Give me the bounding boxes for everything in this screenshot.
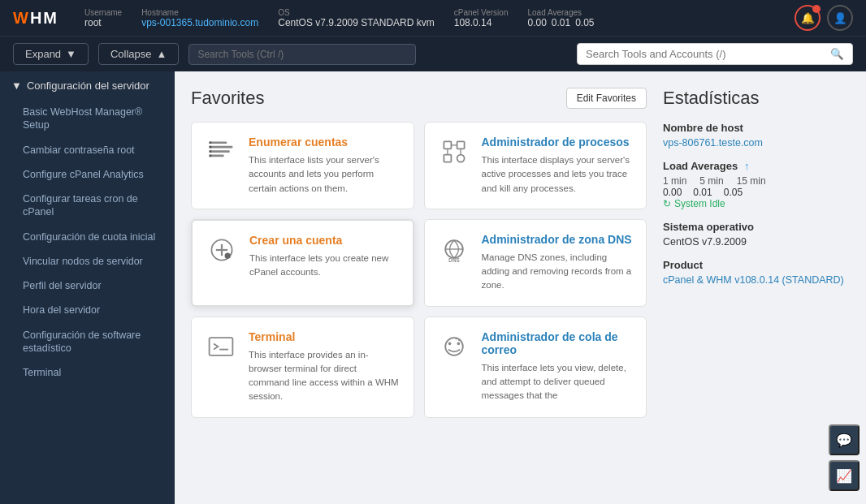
os-value: CentOS v7.9.2009 STANDARD kvm: [278, 17, 435, 28]
main-content: Favorites Edit Favorites: [175, 71, 866, 504]
top-bar-icons: 🔔 👤: [795, 5, 853, 31]
admin-procesos-desc: This interface displays your server's ac…: [482, 153, 634, 196]
os-stat: Sistema operativo CentOS v7.9.2009: [663, 221, 850, 248]
svg-text:DNS: DNS: [448, 257, 459, 263]
admin-dns-text: Administrador de zona DNS Manage DNS zon…: [482, 233, 634, 293]
admin-procesos-icon: [438, 136, 470, 168]
sidebar-item-hora[interactable]: Hora del servidor: [0, 298, 175, 322]
load-avg-2: 0.01: [552, 17, 570, 28]
cola-correo-title: Administrador de cola de correo: [482, 330, 634, 356]
admin-dns-icon: DNS: [438, 233, 470, 265]
username-info: Username root: [84, 8, 122, 28]
favorites-section: Favorites Edit Favorites: [191, 88, 647, 488]
load-min-2: 5 min: [699, 175, 723, 187]
up-arrow-icon: ↑: [744, 160, 750, 172]
os-stat-value: CentOS v7.9.2009: [663, 236, 850, 248]
top-bar: WHM Username root Hostname vps-001365.tu…: [0, 0, 866, 36]
notification-dot: [812, 5, 821, 13]
admin-procesos-title: Administrador de procesos: [482, 136, 634, 149]
load-avg-stat: Load Averages ↑ 1 min 5 min 15 min 0.00 …: [663, 160, 850, 209]
fav-card-crear-cuenta[interactable]: Crear una cuenta This interface lets you…: [191, 219, 414, 307]
cola-correo-text: Administrador de cola de correo This int…: [482, 330, 634, 404]
load-val-3: 0.05: [724, 187, 743, 198]
secondary-bar: Expand ▼ Collapse ▲ 🔍: [0, 36, 866, 71]
crear-cuenta-icon: [206, 234, 238, 266]
sidebar-item-basic-webhost[interactable]: Basic WebHost Manager® Setup: [0, 100, 175, 138]
crear-cuenta-desc: This interface lets you create new cPane…: [249, 252, 400, 280]
fav-card-terminal[interactable]: Terminal This interface provides an in-b…: [191, 317, 414, 418]
load-val-1: 0.00: [663, 187, 682, 198]
main-search-button[interactable]: 🔍: [830, 48, 844, 60]
svg-rect-2: [210, 150, 230, 153]
sidebar-item-software-estadistico[interactable]: Configuración de software estadístico: [0, 323, 175, 361]
hostname-value: vps-001365.tudominio.com: [141, 17, 258, 28]
terminal-title: Terminal: [249, 330, 401, 343]
sidebar-item-perfil[interactable]: Perfil del servidor: [0, 274, 175, 298]
admin-dns-title: Administrador de zona DNS: [482, 233, 634, 246]
load-avg-row-vals: 0.00 0.01 0.05: [663, 187, 850, 198]
cola-correo-icon: [438, 330, 470, 363]
enumerar-cuentas-icon: [205, 136, 237, 168]
svg-rect-3: [210, 155, 224, 157]
sidebar-section-label: Configuración del servidor: [27, 80, 149, 92]
top-bar-info: Username root Hostname vps-001365.tudomi…: [84, 8, 775, 28]
svg-point-11: [457, 155, 464, 162]
chart-icon-button[interactable]: 📈: [829, 460, 860, 491]
hostname-stat-value: vps-806761.teste.com: [663, 137, 850, 149]
sidebar: ▼ Configuración del servidor Basic WebHo…: [0, 71, 175, 504]
sidebar-item-terminal[interactable]: Terminal: [0, 360, 175, 385]
stats-title: Estadísticas: [663, 88, 850, 109]
load-min-3: 15 min: [737, 175, 766, 187]
edit-favorites-button[interactable]: Edit Favorites: [566, 88, 647, 109]
user-icon: 👤: [834, 12, 847, 24]
fav-card-admin-procesos[interactable]: Administrador de procesos This interface…: [424, 122, 647, 209]
load-avg-stat-label: Load Averages ↑: [663, 160, 850, 172]
sidebar-item-cambiar-contrasena[interactable]: Cambiar contraseña root: [0, 138, 175, 162]
load-val-2: 0.01: [693, 187, 712, 198]
expand-button[interactable]: Expand ▼: [13, 43, 89, 65]
admin-procesos-text: Administrador de procesos This interface…: [482, 136, 634, 196]
fav-card-admin-dns[interactable]: DNS Administrador de zona DNS Manage DNS…: [424, 219, 647, 307]
username-value: root: [84, 17, 122, 28]
crear-cuenta-text: Crear una cuenta This interface lets you…: [249, 234, 400, 292]
main-search-bar: 🔍: [426, 43, 853, 65]
svg-rect-1: [210, 146, 233, 149]
product-stat-label: Product: [663, 259, 850, 271]
sidebar-item-vincular-nodos[interactable]: Vincular nodos de servidor: [0, 249, 175, 274]
refresh-icon: ↻: [663, 198, 671, 209]
terminal-icon: [205, 330, 237, 363]
fav-card-enumerar-cuentas[interactable]: Enumerar cuentas This interface lists yo…: [191, 122, 414, 209]
os-info: OS CentOS v7.9.2009 STANDARD kvm: [278, 8, 435, 28]
favorites-header: Favorites Edit Favorites: [191, 88, 647, 109]
terminal-desc: This interface provides an in-browser te…: [249, 348, 401, 404]
sidebar-search-input[interactable]: [188, 44, 416, 65]
main-search-input[interactable]: [586, 48, 830, 60]
svg-rect-22: [210, 338, 233, 355]
hostname-label: Hostname: [141, 8, 258, 17]
system-idle-link[interactable]: ↻ System Idle: [663, 198, 850, 209]
notifications-button[interactable]: 🔔: [795, 5, 821, 31]
product-stat: Product cPanel & WHM v108.0.14 (STANDARD…: [663, 259, 850, 286]
chat-icon-button[interactable]: 💬: [829, 424, 860, 455]
sidebar-item-cuota[interactable]: Configuración de cuota inicial: [0, 225, 175, 249]
expand-label: Expand: [25, 48, 61, 60]
hostname-stat: Nombre de host vps-806761.teste.com: [663, 122, 850, 149]
svg-rect-8: [444, 141, 451, 149]
collapse-button[interactable]: Collapse ▲: [98, 43, 179, 65]
cpanel-version-label: cPanel Version: [454, 8, 509, 17]
load-avg-info: Load Averages 0.00 0.01 0.05: [527, 8, 594, 28]
load-avg-row-mins: 1 min 5 min 15 min: [663, 175, 850, 187]
sidebar-item-configure-cpanel-analytics[interactable]: Configure cPanel Analytics: [0, 162, 175, 187]
sidebar-section-configuracion[interactable]: ▼ Configuración del servidor: [0, 71, 175, 100]
chevron-down-icon: ▼: [11, 80, 22, 92]
fav-card-cola-correo[interactable]: Administrador de cola de correo This int…: [424, 317, 647, 418]
user-menu-button[interactable]: 👤: [827, 5, 853, 31]
sidebar-item-cron[interactable]: Configurar tareas cron de cPanel: [0, 187, 175, 225]
terminal-text: Terminal This interface provides an in-b…: [249, 330, 401, 404]
expand-icon: ▼: [66, 48, 76, 60]
fixed-action-icons: 💬 📈: [829, 424, 860, 491]
enumerar-cuentas-title: Enumerar cuentas: [249, 136, 401, 149]
username-label: Username: [84, 8, 122, 17]
svg-point-26: [457, 342, 460, 345]
svg-rect-6: [210, 150, 212, 153]
